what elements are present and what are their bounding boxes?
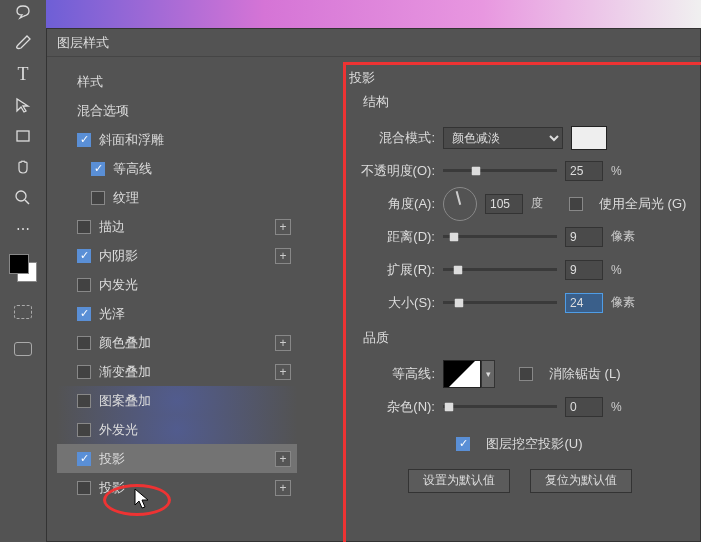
- layer-style-dialog: 图层样式 样式 混合选项 斜面和浮雕 等高线 纹理 描边+ 内阴影+ 内发光 光…: [46, 28, 701, 542]
- make-default-button[interactable]: 设置为默认值: [408, 469, 510, 493]
- opacity-label: 不透明度(O):: [349, 162, 435, 180]
- drop-shadow-row-2[interactable]: 投影+: [57, 473, 297, 502]
- satin-checkbox[interactable]: [77, 307, 91, 321]
- antialias-checkbox[interactable]: [519, 367, 533, 381]
- stroke-checkbox[interactable]: [77, 220, 91, 234]
- brush-tool-icon[interactable]: [13, 33, 33, 53]
- satin-row[interactable]: 光泽: [57, 299, 297, 328]
- inner-shadow-row[interactable]: 内阴影+: [57, 241, 297, 270]
- contour-row[interactable]: 等高线: [57, 154, 297, 183]
- spread-label: 扩展(R):: [349, 261, 435, 279]
- drop-shadow-add-button[interactable]: +: [275, 451, 291, 467]
- size-input[interactable]: [565, 293, 603, 313]
- distance-slider[interactable]: [443, 230, 557, 244]
- contour-label: 等高线:: [349, 365, 435, 383]
- size-label: 大小(S):: [349, 294, 435, 312]
- inner-glow-checkbox[interactable]: [77, 278, 91, 292]
- noise-slider[interactable]: [443, 400, 557, 414]
- spread-slider[interactable]: [443, 263, 557, 277]
- blend-mode-select[interactable]: 颜色减淡: [443, 127, 563, 149]
- quality-label: 品质: [363, 329, 690, 347]
- styles-header[interactable]: 样式: [57, 67, 297, 96]
- angle-label: 角度(A):: [349, 195, 435, 213]
- pattern-overlay-checkbox[interactable]: [77, 394, 91, 408]
- outer-glow-checkbox[interactable]: [77, 423, 91, 437]
- distance-row: 距离(D): 像素: [349, 220, 690, 253]
- zoom-tool-icon[interactable]: [13, 188, 33, 208]
- gradient-overlay-checkbox[interactable]: [77, 365, 91, 379]
- antialias-label: 消除锯齿 (L): [549, 365, 621, 383]
- rectangle-tool-icon[interactable]: [13, 126, 33, 146]
- svg-point-1: [16, 191, 26, 201]
- distance-input[interactable]: [565, 227, 603, 247]
- knockout-row: 图层挖空投影(U): [349, 427, 690, 460]
- path-select-tool-icon[interactable]: [13, 95, 33, 115]
- texture-row[interactable]: 纹理: [57, 183, 297, 212]
- noise-input[interactable]: [565, 397, 603, 417]
- drop-shadow2-checkbox[interactable]: [77, 481, 91, 495]
- distance-label: 距离(D):: [349, 228, 435, 246]
- contour-row: 等高线: ▾ 消除锯齿 (L): [349, 357, 690, 390]
- blend-options-row[interactable]: 混合选项: [57, 96, 297, 125]
- drop-shadow-settings-panel: 投影 结构 混合模式: 颜色减淡 不透明度(O): % 角度(A): 度 使用全…: [303, 57, 700, 541]
- tool-sidebar: T ⋯: [0, 0, 46, 542]
- blend-mode-row: 混合模式: 颜色减淡: [349, 121, 690, 154]
- styles-list-panel: 样式 混合选项 斜面和浮雕 等高线 纹理 描边+ 内阴影+ 内发光 光泽 颜色叠…: [47, 57, 303, 541]
- window-background-gradient: [46, 0, 701, 28]
- spread-row: 扩展(R): %: [349, 253, 690, 286]
- reset-default-button[interactable]: 复位为默认值: [530, 469, 632, 493]
- opacity-slider[interactable]: [443, 164, 557, 178]
- opacity-row: 不透明度(O): %: [349, 154, 690, 187]
- screenmode-icon[interactable]: [14, 342, 32, 356]
- blend-mode-label: 混合模式:: [349, 129, 435, 147]
- color-overlay-add-button[interactable]: +: [275, 335, 291, 351]
- defaults-row: 设置为默认值 复位为默认值: [349, 464, 690, 497]
- knockout-checkbox[interactable]: [456, 437, 470, 451]
- drop-shadow2-add-button[interactable]: +: [275, 480, 291, 496]
- contour-swatch[interactable]: [443, 360, 481, 388]
- svg-line-2: [25, 200, 29, 204]
- hand-tool-icon[interactable]: [13, 157, 33, 177]
- stroke-add-button[interactable]: +: [275, 219, 291, 235]
- contour-checkbox[interactable]: [91, 162, 105, 176]
- drop-shadow-checkbox[interactable]: [77, 452, 91, 466]
- type-tool-icon[interactable]: T: [13, 64, 33, 84]
- gradient-overlay-add-button[interactable]: +: [275, 364, 291, 380]
- structure-label: 结构: [363, 93, 690, 111]
- global-light-checkbox[interactable]: [569, 197, 583, 211]
- angle-row: 角度(A): 度 使用全局光 (G): [349, 187, 690, 220]
- drop-shadow-row-selected[interactable]: 投影+: [57, 444, 297, 473]
- pattern-overlay-row[interactable]: 图案叠加: [57, 386, 297, 415]
- color-overlay-checkbox[interactable]: [77, 336, 91, 350]
- size-row: 大小(S): 像素: [349, 286, 690, 319]
- quickmask-icon[interactable]: [14, 305, 32, 319]
- stroke-row[interactable]: 描边+: [57, 212, 297, 241]
- section-title: 投影: [349, 69, 690, 87]
- opacity-input[interactable]: [565, 161, 603, 181]
- bevel-emboss-row[interactable]: 斜面和浮雕: [57, 125, 297, 154]
- angle-input[interactable]: [485, 194, 523, 214]
- svg-rect-0: [17, 131, 29, 141]
- knockout-label: 图层挖空投影(U): [486, 435, 582, 453]
- inner-glow-row[interactable]: 内发光: [57, 270, 297, 299]
- inner-shadow-checkbox[interactable]: [77, 249, 91, 263]
- dialog-titlebar: 图层样式: [47, 29, 700, 57]
- global-light-label: 使用全局光 (G): [599, 195, 686, 213]
- contour-dropdown-icon[interactable]: ▾: [481, 360, 495, 388]
- bevel-checkbox[interactable]: [77, 133, 91, 147]
- spread-input[interactable]: [565, 260, 603, 280]
- color-overlay-row[interactable]: 颜色叠加+: [57, 328, 297, 357]
- foreground-background-swatch[interactable]: [9, 254, 37, 282]
- shadow-color-swatch[interactable]: [571, 126, 607, 150]
- more-tools-icon[interactable]: ⋯: [13, 219, 33, 239]
- noise-row: 杂色(N): %: [349, 390, 690, 423]
- gradient-overlay-row[interactable]: 渐变叠加+: [57, 357, 297, 386]
- lasso-tool-icon[interactable]: [13, 2, 33, 22]
- inner-shadow-add-button[interactable]: +: [275, 248, 291, 264]
- foreground-color-swatch[interactable]: [9, 254, 29, 274]
- outer-glow-row[interactable]: 外发光: [57, 415, 297, 444]
- size-slider[interactable]: [443, 296, 557, 310]
- texture-checkbox[interactable]: [91, 191, 105, 205]
- noise-label: 杂色(N):: [349, 398, 435, 416]
- angle-dial[interactable]: [443, 187, 477, 221]
